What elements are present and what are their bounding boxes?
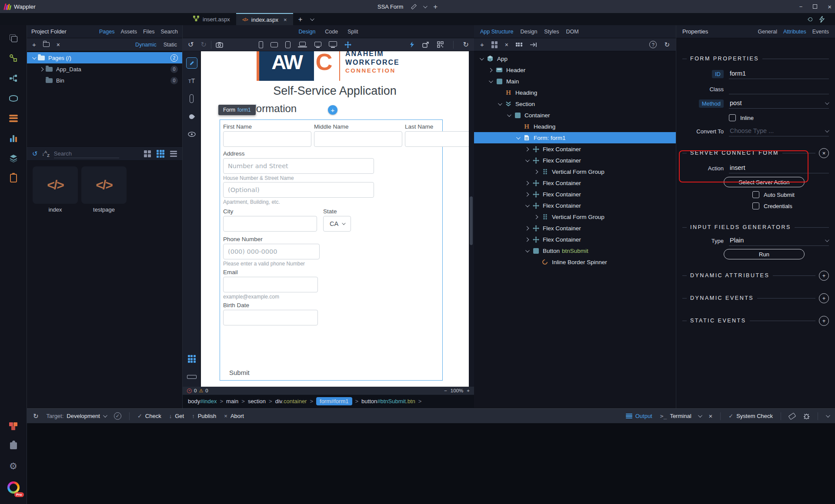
method-select[interactable]: post [729,99,829,109]
layers-icon[interactable] [5,149,22,167]
state-select[interactable]: CA [323,216,351,232]
action-value-input[interactable]: insert [729,163,829,173]
expand-icon[interactable] [524,226,529,230]
form-properties-header[interactable]: FORM PROPERTIES [682,54,829,63]
birth-date-input[interactable] [223,310,318,325]
filter-static[interactable]: Static [164,42,177,48]
submit-button[interactable]: Submit [229,369,439,376]
pages-manager-icon[interactable] [5,30,22,47]
inline-checkbox-row[interactable]: Inline [729,114,754,121]
refresh-design-icon[interactable]: ↻ [463,41,469,48]
expand-icon[interactable] [524,192,529,196]
structure-item-heading[interactable]: HHeading [474,121,676,132]
design-canvas[interactable]: AW C ANAHEIM WORKFORCE CONNECTION Self-S… [201,51,469,387]
spacing-ruler-icon[interactable] [186,93,197,104]
email-input[interactable] [223,277,318,292]
structure-item-header[interactable]: Header [474,64,676,76]
expand-icon[interactable] [40,67,44,71]
collapse-toolbar-icon[interactable] [826,413,830,418]
filter-dynamic[interactable]: Dynamic [135,42,157,48]
tree-item-pages[interactable]: Pages (/)2 [27,52,182,63]
notes-icon[interactable] [5,169,22,187]
zoom-in-button[interactable]: + [467,388,470,393]
debug-bug-icon[interactable] [803,413,810,419]
sort-az-icon[interactable]: ↓AZ [42,150,50,158]
large-grid-view-icon[interactable] [144,150,151,157]
abort-button[interactable]: ×Abort [224,413,244,419]
select-server-action-button[interactable]: Select Server Action [724,177,805,187]
structure-item-flex-container[interactable]: Flex Container [474,222,676,234]
remove-server-connect-button[interactable]: × [819,148,829,158]
refresh-structure-icon[interactable]: ↻ [664,41,670,48]
document-dropdown-icon[interactable] [423,4,428,8]
recent-history-icon[interactable]: ↺ [32,150,38,157]
ruler-toggle-icon[interactable] [186,371,197,382]
zoom-out-button[interactable]: − [444,388,447,393]
expand-icon[interactable] [498,101,502,106]
output-toggle[interactable]: Output [626,413,652,419]
target-selector[interactable]: Target: Development [47,413,106,419]
view-tab-split[interactable]: Split [347,29,358,35]
panel-tab-assets[interactable]: Assets [120,29,137,35]
expand-icon[interactable] [507,113,511,117]
add-component-button[interactable]: + [480,41,484,48]
file-card-index[interactable]: </>index [33,166,78,213]
city-input[interactable] [223,216,317,232]
water-drop-icon[interactable] [808,17,813,22]
close-output-button[interactable]: × [709,412,713,420]
screenshot-camera-icon[interactable] [216,42,223,48]
expand-icon[interactable] [524,147,529,151]
first-name-input[interactable] [223,131,311,147]
panel-tab-files[interactable]: Files [143,29,154,35]
structure-item-main[interactable]: Main [474,76,676,87]
edit-mode-icon[interactable] [186,57,197,69]
middle-name-input[interactable] [314,131,402,147]
workflows-icon[interactable] [5,50,22,67]
convert-to-select[interactable]: Choose Type ... [729,126,829,136]
visibility-eye-icon[interactable] [186,129,197,140]
check-button[interactable]: ✓Check [137,413,161,419]
panel-tab-search[interactable]: Search [160,29,178,35]
open-in-browser-icon[interactable] [422,42,429,48]
credentials-checkbox[interactable] [752,202,759,209]
class-value-input[interactable] [729,84,829,94]
new-folder-button[interactable] [43,42,50,47]
structure-item-flex-container[interactable]: Flex Container [474,200,676,211]
dynamic-events-header[interactable]: DYNAMIC EVENTS + [682,293,829,303]
prop-tab-events[interactable]: Events [812,29,829,35]
view-tab-code[interactable]: Code [325,29,338,35]
publish-button[interactable]: ↑Publish [192,413,216,419]
expand-icon[interactable] [534,215,538,219]
delete-page-button[interactable]: × [57,42,60,48]
server-connect-form-header[interactable]: SERVER CONNECT FORM × [682,148,829,158]
expand-icon[interactable] [488,68,492,72]
collections-icon[interactable] [516,43,522,47]
address-input[interactable] [223,158,374,174]
actions-lightning-icon[interactable] [410,41,414,48]
database-manager-icon[interactable] [5,90,22,107]
reports-icon[interactable] [5,129,22,147]
server-data-icon[interactable] [5,109,22,127]
pro-account-icon[interactable]: Pro [5,479,22,496]
canvas-scrollbar[interactable] [469,51,474,387]
breadcrumb-segment[interactable]: form#form1 [316,397,352,405]
tab-styles[interactable]: Styles [544,29,559,35]
select-in-dom-icon[interactable] [530,42,537,47]
text-format-icon[interactable]: TT [186,75,197,86]
dynamic-attributes-header[interactable]: DYNAMIC ATTRIBUTES + [682,271,829,280]
api-connector-icon[interactable] [5,70,22,87]
breadcrumb-segment[interactable]: body#index [188,398,217,405]
add-dynamic-event-button[interactable]: + [819,293,829,303]
file-tab-insert-aspx[interactable]: insert.aspx [187,13,236,25]
add-static-event-button[interactable]: + [819,316,829,326]
fit-width-icon[interactable] [344,41,351,48]
redo-icon[interactable]: ↻ [200,41,206,48]
system-check-button[interactable]: ✓System Check [728,413,773,419]
structure-item-flex-container[interactable]: Flex Container [474,155,676,166]
tab-design[interactable]: Design [520,29,537,35]
inline-checkbox[interactable] [729,114,736,121]
search-input[interactable] [54,149,119,158]
expand-icon[interactable] [524,237,529,242]
terminal-toggle[interactable]: >_Terminal [660,413,701,419]
styling-ink-icon[interactable] [186,111,197,122]
